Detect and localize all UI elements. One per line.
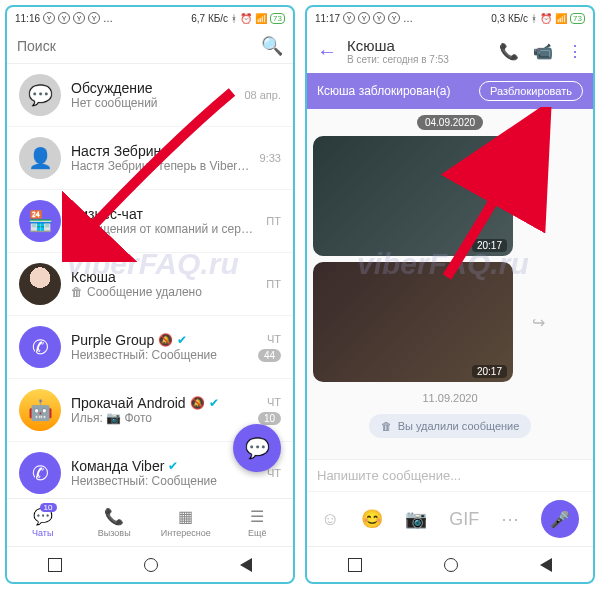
unread-badge: 44: [258, 349, 281, 362]
media-message[interactable]: 20:17: [313, 262, 513, 382]
right-phone: 11:17 Y Y Y Y … 0,3 КБ/с ᚼ ⏰ 📶 73 ← Ксюш…: [305, 5, 595, 584]
news-icon: ▦: [178, 507, 193, 526]
chat-title: Ксюша: [71, 269, 256, 285]
status-time: 11:16: [15, 13, 40, 24]
bluetooth-icon: ᚼ: [531, 13, 537, 24]
chat-item[interactable]: 🏪 Бизнес-чат Сообщения от компаний и сер…: [7, 190, 293, 253]
notif-icon: Y: [388, 12, 400, 24]
search-bar[interactable]: 🔍: [7, 29, 293, 64]
emoji-icon[interactable]: 😊: [361, 508, 383, 530]
tab-news[interactable]: ▦Интересное: [150, 499, 222, 546]
notif-icon: Y: [343, 12, 355, 24]
tab-badge: 10: [40, 503, 57, 512]
mic-button[interactable]: 🎤: [541, 500, 579, 538]
notif-icon: Y: [373, 12, 385, 24]
chat-title: Настя Зебрина: [71, 143, 250, 159]
chat-title: Бизнес-чат: [71, 206, 256, 222]
contact-status: В сети: сегодня в 7:53: [347, 54, 489, 65]
chat-title: Purple Group 🔕 ✔: [71, 332, 248, 348]
sticker-icon[interactable]: ☺: [321, 509, 339, 530]
menu-icon[interactable]: ⋮: [567, 42, 583, 61]
more-icon[interactable]: ⋯: [501, 508, 519, 530]
nav-recent[interactable]: [48, 558, 62, 572]
back-arrow-icon[interactable]: ←: [317, 40, 337, 63]
share-icon[interactable]: ↪: [532, 187, 545, 206]
nav-back[interactable]: [540, 558, 552, 572]
chat-time: 9:33: [260, 152, 281, 164]
tab-chats[interactable]: 💬 10 Чаты: [7, 499, 79, 546]
compose-fab[interactable]: 💬: [233, 424, 281, 472]
net-speed: 0,3 КБ/с: [491, 13, 528, 24]
search-input[interactable]: [17, 38, 251, 54]
chat-item[interactable]: 👤 Настя Зебрина Настя Зебрина теперь в V…: [7, 127, 293, 190]
gif-icon[interactable]: GIF: [449, 509, 479, 530]
nav-back[interactable]: [240, 558, 252, 572]
chat-subtitle: Неизвестный: Сообщение: [71, 348, 248, 362]
verified-icon: ✔: [209, 396, 219, 410]
battery-icon: 73: [570, 13, 585, 24]
chat-subtitle: 🗑Сообщение удалено: [71, 285, 256, 299]
block-text: Ксюша заблокирован(а): [317, 84, 450, 98]
notif-icon: Y: [88, 12, 100, 24]
deleted-message: 🗑 Вы удалили сообщение: [369, 414, 532, 438]
nav-home[interactable]: [444, 558, 458, 572]
date-chip: 04.09.2020: [417, 115, 483, 130]
bottom-tabs: 💬 10 Чаты 📞Вызовы ▦Интересное ☰Ещё: [7, 498, 293, 546]
left-phone: 11:16 Y Y Y Y … 6,7 КБ/с ᚼ ⏰ 📶 73 🔍 💬 Об…: [5, 5, 295, 584]
input-toolbar: ☺ 😊 📷 GIF ⋯ 🎤: [307, 491, 593, 546]
chat-subtitle: Неизвестный: Сообщение: [71, 474, 257, 488]
chat-title: Команда Viber ✔: [71, 458, 257, 474]
verified-icon: ✔: [177, 333, 187, 347]
camera-icon[interactable]: 📷: [405, 508, 427, 530]
unblock-button[interactable]: Разблокировать: [479, 81, 583, 101]
status-bar: 11:17 Y Y Y Y … 0,3 КБ/с ᚼ ⏰ 📶 73: [307, 7, 593, 29]
ellipsis-icon: …: [403, 13, 413, 24]
messages-area[interactable]: 04.09.2020 20:17 ↪ 20:17 ↪ 11.09.2020 🗑 …: [307, 109, 593, 459]
chat-subtitle: Илья: 📷 Фото: [71, 411, 248, 425]
android-nav: [7, 546, 293, 582]
avatar: 💬: [19, 74, 61, 116]
trash-icon: 🗑: [381, 420, 392, 432]
share-icon[interactable]: ↪: [532, 313, 545, 332]
chat-subtitle: Настя Зебрина теперь в Viber! Скажите "п…: [71, 159, 250, 173]
chat-time: ЧТ: [267, 396, 281, 408]
verified-icon: ✔: [168, 459, 178, 473]
tab-calls[interactable]: 📞Вызовы: [79, 499, 151, 546]
avatar: ✆: [19, 326, 61, 368]
ellipsis-icon: …: [103, 13, 113, 24]
phone-icon: 📞: [104, 507, 124, 526]
chat-time: ЧТ: [267, 467, 281, 479]
chat-time: ПТ: [266, 215, 281, 227]
call-icon[interactable]: 📞: [499, 42, 519, 61]
avatar: 🏪: [19, 200, 61, 242]
message-input[interactable]: Напишите сообщение...: [317, 468, 583, 483]
chat-item[interactable]: 💬 Обсуждение Нет сообщений 08 апр.: [7, 64, 293, 127]
video-icon[interactable]: 📹: [533, 42, 553, 61]
mute-icon: 🔕: [190, 396, 205, 410]
notif-icon: Y: [58, 12, 70, 24]
battery-icon: 73: [270, 13, 285, 24]
net-speed: 6,7 КБ/с: [191, 13, 228, 24]
alarm-icon: ⏰: [240, 13, 252, 24]
wifi-icon: 📶: [255, 13, 267, 24]
contact-name: Ксюша: [347, 37, 489, 54]
status-time: 11:17: [315, 13, 340, 24]
message-input-bar[interactable]: Напишите сообщение...: [307, 459, 593, 491]
search-icon[interactable]: 🔍: [261, 35, 283, 57]
notif-icon: Y: [73, 12, 85, 24]
chat-item[interactable]: Ксюша 🗑Сообщение удалено ПТ: [7, 253, 293, 316]
nav-recent[interactable]: [348, 558, 362, 572]
android-nav: [307, 546, 593, 582]
media-message[interactable]: 20:17: [313, 136, 513, 256]
status-bar: 11:16 Y Y Y Y … 6,7 КБ/с ᚼ ⏰ 📶 73: [7, 7, 293, 29]
tab-more[interactable]: ☰Ещё: [222, 499, 294, 546]
chat-time: 08 апр.: [244, 89, 281, 101]
chat-title: Обсуждение: [71, 80, 234, 96]
nav-home[interactable]: [144, 558, 158, 572]
avatar: 🤖: [19, 389, 61, 431]
media-time: 20:17: [472, 365, 507, 378]
chat-title: Прокачай Android 🔕 ✔: [71, 395, 248, 411]
more-icon: ☰: [250, 507, 264, 526]
alarm-icon: ⏰: [540, 13, 552, 24]
chat-item[interactable]: ✆ Purple Group 🔕 ✔ Неизвестный: Сообщени…: [7, 316, 293, 379]
